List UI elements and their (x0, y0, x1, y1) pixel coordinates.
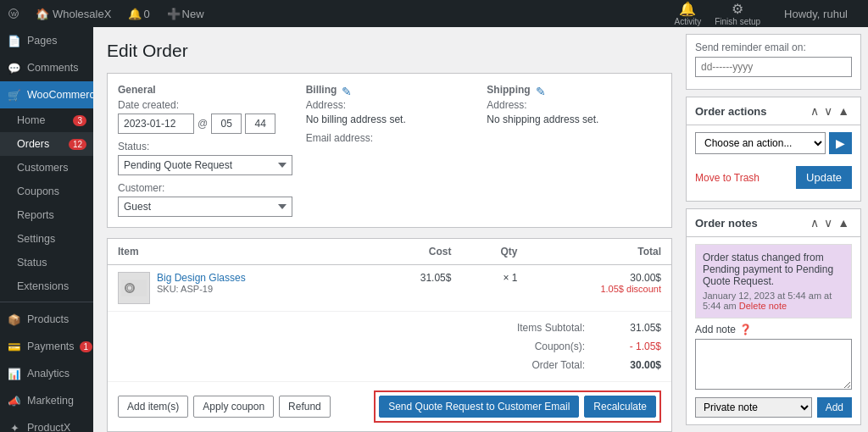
sidebar-label-marketing: Marketing (27, 395, 74, 407)
analytics-icon: 📊 (7, 366, 22, 381)
order-actions-close[interactable]: ▲ (835, 104, 852, 118)
delete-note-link[interactable]: Delete note (739, 301, 787, 311)
order-notes-down[interactable]: ∨ (821, 216, 835, 230)
update-button[interactable]: Update (796, 166, 852, 189)
note-type-select[interactable]: Private note (695, 397, 812, 418)
action-bar: Add item(s) Apply coupon Refund Send Quo… (108, 381, 671, 431)
time-hour-input[interactable] (211, 114, 242, 134)
marketing-icon: 📣 (7, 393, 22, 408)
sidebar-item-payments[interactable]: 💳 Payments 1 (0, 333, 93, 360)
shipping-title: Shipping (487, 84, 530, 96)
order-notes-header: Order notes ∧ ∨ ▲ (687, 209, 860, 237)
note-date: January 12, 2023 at 5:44 am (703, 291, 821, 301)
move-trash-link[interactable]: Move to Trash (695, 172, 760, 184)
sidebar-item-settings[interactable]: Settings (0, 227, 93, 251)
reminder-date-input[interactable] (695, 57, 852, 77)
refund-button[interactable]: Refund (279, 396, 331, 418)
item-total-val: 30.00$ (538, 272, 661, 284)
sidebar-item-analytics[interactable]: 📊 Analytics (0, 360, 93, 387)
wp-logo[interactable]: W (0, 0, 27, 27)
sidebar-item-orders[interactable]: Orders 12 (0, 132, 93, 156)
sidebar-label-productx: ProductX (27, 422, 70, 432)
time-min-input[interactable] (245, 114, 275, 134)
svg-text:W: W (11, 10, 17, 18)
items-table: Item Cost Qty Total Big Design Glass (108, 239, 671, 312)
order-actions-up[interactable]: ∧ (808, 104, 821, 118)
sidebar-label-extensions: Extensions (17, 280, 69, 292)
sidebar-label-reports: Reports (17, 209, 54, 221)
quote-actions-group: Send Quote Request to Customer Email Rec… (374, 390, 661, 423)
sidebar-item-woocommerce[interactable]: 🛒 WooCommerce (0, 81, 93, 108)
recalculate-button[interactable]: Recalculate (584, 396, 656, 418)
add-note-textarea[interactable] (695, 339, 852, 390)
customer-select[interactable]: Guest (118, 197, 292, 217)
sidebar-label-orders: Orders (17, 138, 49, 150)
sidebar-item-productx[interactable]: ✦ ProductX (0, 414, 93, 432)
order-actions-down[interactable]: ∨ (821, 104, 835, 118)
finish-setup-bar[interactable]: ⚙ Finish setup (715, 1, 760, 26)
activity-bar[interactable]: 🔔 Activity (675, 1, 702, 26)
at-symbol: @ (198, 118, 208, 130)
totals-section: Items Subtotal: 31.05$ Coupon(s): - 1.05… (108, 312, 671, 381)
general-billing-shipping-box: General Date created: @ Status: Pending … (107, 73, 672, 228)
order-action-row: Move to Trash Update (695, 161, 852, 194)
billing-email-label: Email address: (306, 132, 474, 144)
reminder-widget: Send reminder email on: (686, 34, 861, 90)
comments-icon: 💬 (7, 60, 22, 75)
billing-title: Billing (306, 84, 337, 96)
payments-badge: 1 (80, 341, 93, 352)
order-actions-body: Choose an action... ▶ Move to Trash Upda… (687, 125, 860, 201)
add-note-help-icon[interactable]: ❓ (739, 324, 752, 335)
shipping-edit-icon[interactable]: ✎ (536, 85, 546, 98)
order-notes-close[interactable]: ▲ (835, 216, 852, 230)
notif-bar[interactable]: 🔔 0 (120, 0, 158, 27)
item-mult: × (503, 272, 509, 284)
sidebar-item-reports[interactable]: Reports (0, 203, 93, 227)
order-total-value: 30.00$ (602, 359, 661, 371)
sidebar-item-marketing[interactable]: 📣 Marketing (0, 387, 93, 414)
reminder-label: Send reminder email on: (695, 42, 852, 53)
item-thumbnail (118, 272, 150, 304)
add-note-button[interactable]: Add (817, 397, 852, 418)
item-name-link[interactable]: Big Design Glasses (157, 272, 246, 284)
customer-label: Customer: (118, 182, 292, 194)
item-qty-val: 1 (512, 272, 518, 284)
add-items-button[interactable]: Add item(s) (118, 396, 188, 418)
order-action-select[interactable]: Choose an action... (695, 132, 826, 154)
date-input[interactable] (118, 114, 194, 134)
shipping-col: Shipping ✎ Address: No shipping address … (480, 84, 661, 217)
order-notes-up[interactable]: ∧ (808, 216, 821, 230)
admin-bar: W 🏠 WholesaleX 🔔 0 ➕ New 🔔 Activity ⚙ Fi… (0, 0, 868, 27)
sidebar-item-products[interactable]: 📦 Products (0, 306, 93, 333)
sidebar-item-coupons[interactable]: Coupons (0, 180, 93, 203)
sidebar-item-status[interactable]: Status (0, 251, 93, 274)
sidebar-label-pages: Pages (27, 35, 57, 47)
sidebar-item-comments[interactable]: 💬 Comments (0, 54, 93, 81)
billing-edit-icon[interactable]: ✎ (342, 85, 352, 98)
subtotal-label: Items Subtotal: (500, 322, 602, 334)
status-select[interactable]: Pending Quote Request (118, 155, 292, 175)
order-action-go-button[interactable]: ▶ (829, 132, 852, 154)
general-title: General (118, 84, 292, 96)
col-item: Item (108, 239, 370, 265)
note-meta: January 12, 2023 at 5:44 am at 5:44 am D… (703, 291, 844, 311)
table-row: Big Design Glasses SKU: ASP-19 31.05$ × … (108, 265, 671, 312)
sidebar-item-extensions[interactable]: Extensions (0, 274, 93, 298)
sidebar-item-home[interactable]: Home 3 (0, 108, 93, 132)
sidebar-item-customers[interactable]: Customers (0, 156, 93, 180)
productx-icon: ✦ (7, 420, 22, 432)
coupons-label: Coupon(s): (500, 341, 602, 352)
order-notes-body: Order status changed from Pending paymen… (687, 237, 860, 424)
col-cost: Cost (370, 239, 462, 265)
sidebar-label-analytics: Analytics (27, 368, 70, 379)
site-name-bar[interactable]: 🏠 WholesaleX (27, 0, 120, 27)
general-col: General Date created: @ Status: Pending … (118, 84, 299, 217)
new-bar[interactable]: ➕ New (159, 0, 213, 27)
note-text: Order status changed from Pending paymen… (703, 252, 844, 287)
sidebar-item-pages[interactable]: 📄 Pages (0, 27, 93, 54)
reminder-body: Send reminder email on: (687, 35, 860, 89)
shipping-address-label: Address: (487, 99, 654, 111)
apply-coupon-button[interactable]: Apply coupon (193, 396, 274, 418)
send-quote-button[interactable]: Send Quote Request to Customer Email (379, 396, 579, 418)
page-title: Edit Order (107, 41, 672, 61)
